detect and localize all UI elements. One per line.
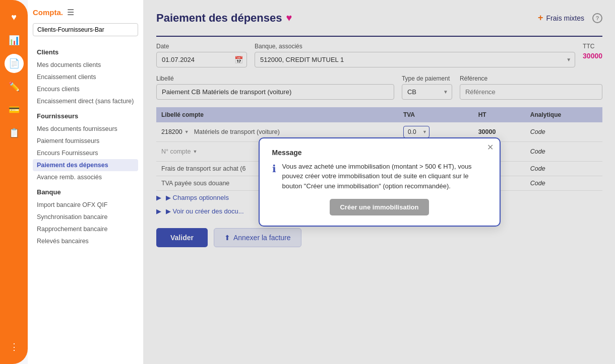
- sidebar-item-encours-fournisseurs[interactable]: Encours Fournisseurs: [33, 147, 138, 159]
- sidebar-item-encaissement-direct[interactable]: Encaissement direct (sans facture): [33, 95, 138, 107]
- sidebar-item-rapprochement-bancaire[interactable]: Rapprochement bancaire: [33, 223, 138, 235]
- modal-close-button[interactable]: ✕: [487, 142, 494, 152]
- edit-icon[interactable]: ✏️: [5, 77, 24, 96]
- sidebar-item-avance-remb[interactable]: Avance remb. associés: [33, 171, 138, 183]
- modal-box: ✕ Message ℹ Vous avez acheté une immobil…: [259, 137, 501, 227]
- sidebar-item-mes-documents-clients[interactable]: Mes documents clients: [33, 59, 138, 71]
- sidebar-item-encours-clients[interactable]: Encours clients: [33, 83, 138, 95]
- fournisseurs-section-title: Fournisseurs: [37, 112, 138, 120]
- modal-body: ℹ Vous avez acheté une immobilisation (m…: [272, 162, 487, 191]
- modal-text: Vous avez acheté une immobilisation (mon…: [282, 162, 487, 191]
- main-content: Paiement des dépenses ♥ + Frais mixtes ?…: [144, 0, 615, 364]
- sidebar-item-synchronisation-bancaire[interactable]: Synchronisation bancaire: [33, 211, 138, 223]
- sidebar-item-releves-bancaires[interactable]: Relevés bancaires: [33, 235, 138, 247]
- sidebar-item-paiement-depenses[interactable]: Paiement des dépenses: [33, 159, 138, 171]
- info-icon: ℹ: [272, 163, 276, 175]
- sidebar-item-mes-documents-fournisseurs[interactable]: Mes documents fournisseurs: [33, 123, 138, 135]
- sidebar: Compta. ☰ Clients Mes documents clients …: [28, 0, 144, 364]
- heart-icon[interactable]: ♥: [5, 8, 24, 27]
- sidebar-search-input[interactable]: [33, 23, 138, 36]
- menu-icon: ☰: [67, 8, 74, 17]
- card-icon[interactable]: 💳: [5, 100, 24, 119]
- banque-section-title: Banque: [37, 188, 138, 196]
- sidebar-header: Compta. ☰: [33, 8, 138, 17]
- app-name: Compta.: [33, 8, 63, 17]
- modal-title: Message: [272, 149, 487, 157]
- sidebar-item-paiement-fournisseurs[interactable]: Paiement fournisseurs: [33, 135, 138, 147]
- modal-overlay: ✕ Message ℹ Vous avez acheté une immobil…: [144, 0, 615, 364]
- icon-rail: ♥ 📊 📄 ✏️ 💳 📋 ⋮: [0, 0, 28, 364]
- chart-icon[interactable]: 📊: [5, 31, 24, 50]
- sidebar-item-encaissement-clients[interactable]: Encaissement clients: [33, 71, 138, 83]
- list-icon[interactable]: 📋: [5, 123, 24, 142]
- more-icon[interactable]: ⋮: [5, 337, 24, 356]
- document-icon[interactable]: 📄: [5, 54, 24, 73]
- sidebar-item-import-bancaire[interactable]: Import bancaire OFX QIF: [33, 199, 138, 211]
- creer-immobilisation-button[interactable]: Créer une immobilisation: [330, 199, 428, 215]
- clients-section-title: Clients: [37, 48, 138, 56]
